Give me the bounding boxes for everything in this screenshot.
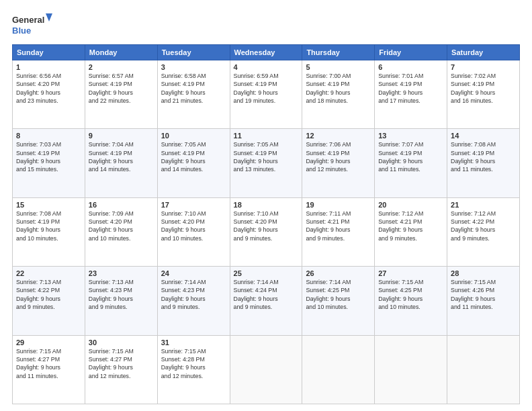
calendar: SundayMondayTuesdayWednesdayThursdayFrid… [12, 44, 520, 404]
calendar-cell: 10Sunrise: 7:05 AM Sunset: 4:19 PM Dayli… [157, 129, 230, 197]
calendar-cell: 15Sunrise: 7:08 AM Sunset: 4:19 PM Dayli… [13, 197, 85, 266]
day-info: Sunrise: 7:12 AM Sunset: 4:21 PM Dayligh… [378, 210, 443, 242]
day-number: 30 [89, 338, 154, 347]
calendar-cell: 3Sunrise: 6:58 AM Sunset: 4:19 PM Daylig… [157, 60, 230, 129]
header: General Blue [12, 12, 520, 38]
day-number: 31 [161, 338, 226, 347]
day-number: 2 [89, 63, 154, 71]
day-info: Sunrise: 6:59 AM Sunset: 4:19 PM Dayligh… [234, 72, 299, 105]
calendar-cell: 19Sunrise: 7:11 AM Sunset: 4:21 PM Dayli… [302, 197, 375, 266]
day-info: Sunrise: 7:05 AM Sunset: 4:19 PM Dayligh… [234, 140, 299, 173]
day-number: 12 [306, 132, 371, 140]
day-number: 23 [89, 269, 154, 277]
day-number: 18 [234, 201, 299, 209]
week-row-1: 1Sunrise: 6:56 AM Sunset: 4:20 PM Daylig… [13, 60, 520, 129]
day-of-week-wednesday: Wednesday [230, 45, 302, 60]
calendar-cell: 5Sunrise: 7:00 AM Sunset: 4:19 PM Daylig… [302, 60, 375, 129]
day-number: 13 [378, 132, 443, 140]
day-number: 7 [451, 63, 516, 71]
day-info: Sunrise: 7:10 AM Sunset: 4:20 PM Dayligh… [234, 210, 299, 242]
calendar-cell: 9Sunrise: 7:04 AM Sunset: 4:19 PM Daylig… [85, 129, 157, 197]
day-number: 14 [451, 132, 516, 140]
day-number: 3 [161, 63, 226, 71]
day-number: 29 [16, 338, 81, 347]
day-info: Sunrise: 7:08 AM Sunset: 4:19 PM Dayligh… [16, 210, 81, 242]
calendar-cell [375, 335, 447, 404]
calendar-cell: 8Sunrise: 7:03 AM Sunset: 4:19 PM Daylig… [13, 129, 85, 197]
calendar-cell: 24Sunrise: 7:14 AM Sunset: 4:23 PM Dayli… [157, 267, 230, 335]
calendar-cell: 14Sunrise: 7:08 AM Sunset: 4:19 PM Dayli… [447, 129, 520, 197]
day-number: 21 [451, 201, 516, 209]
calendar-cell: 31Sunrise: 7:15 AM Sunset: 4:28 PM Dayli… [157, 335, 230, 404]
calendar-cell: 7Sunrise: 7:02 AM Sunset: 4:19 PM Daylig… [447, 60, 520, 129]
svg-marker-2 [46, 13, 52, 21]
day-of-week-saturday: Saturday [447, 45, 520, 60]
page: General Blue SundayMondayTuesdayWednesda… [0, 0, 532, 411]
day-info: Sunrise: 7:10 AM Sunset: 4:20 PM Dayligh… [161, 210, 226, 242]
day-number: 22 [16, 269, 81, 277]
day-number: 4 [234, 63, 299, 71]
day-number: 8 [16, 132, 81, 140]
logo: General Blue [12, 12, 52, 38]
day-info: Sunrise: 7:15 AM Sunset: 4:26 PM Dayligh… [451, 278, 516, 311]
calendar-cell: 16Sunrise: 7:09 AM Sunset: 4:20 PM Dayli… [85, 197, 157, 266]
day-number: 19 [306, 201, 371, 209]
calendar-cell: 22Sunrise: 7:13 AM Sunset: 4:22 PM Dayli… [13, 267, 85, 335]
day-info: Sunrise: 7:04 AM Sunset: 4:19 PM Dayligh… [89, 140, 154, 173]
day-number: 25 [234, 269, 299, 277]
day-number: 10 [161, 132, 226, 140]
week-row-4: 22Sunrise: 7:13 AM Sunset: 4:22 PM Dayli… [13, 267, 520, 335]
calendar-cell: 29Sunrise: 7:15 AM Sunset: 4:27 PM Dayli… [13, 335, 85, 404]
calendar-cell [302, 335, 375, 404]
calendar-cell [230, 335, 302, 404]
day-info: Sunrise: 7:07 AM Sunset: 4:19 PM Dayligh… [378, 140, 443, 173]
day-info: Sunrise: 7:06 AM Sunset: 4:19 PM Dayligh… [306, 140, 371, 173]
calendar-cell: 21Sunrise: 7:12 AM Sunset: 4:22 PM Dayli… [447, 197, 520, 266]
day-number: 27 [378, 269, 443, 277]
calendar-cell: 11Sunrise: 7:05 AM Sunset: 4:19 PM Dayli… [230, 129, 302, 197]
calendar-cell: 23Sunrise: 7:13 AM Sunset: 4:23 PM Dayli… [85, 267, 157, 335]
day-info: Sunrise: 6:57 AM Sunset: 4:19 PM Dayligh… [89, 72, 154, 105]
day-info: Sunrise: 7:15 AM Sunset: 4:25 PM Dayligh… [378, 278, 443, 311]
calendar-cell: 27Sunrise: 7:15 AM Sunset: 4:25 PM Dayli… [375, 267, 447, 335]
day-of-week-sunday: Sunday [13, 45, 85, 60]
day-number: 26 [306, 269, 371, 277]
day-info: Sunrise: 7:01 AM Sunset: 4:19 PM Dayligh… [378, 72, 443, 105]
day-info: Sunrise: 7:03 AM Sunset: 4:19 PM Dayligh… [16, 140, 81, 173]
day-info: Sunrise: 6:58 AM Sunset: 4:19 PM Dayligh… [161, 72, 226, 105]
calendar-cell: 13Sunrise: 7:07 AM Sunset: 4:19 PM Dayli… [375, 129, 447, 197]
day-info: Sunrise: 7:14 AM Sunset: 4:25 PM Dayligh… [306, 278, 371, 311]
calendar-cell: 25Sunrise: 7:14 AM Sunset: 4:24 PM Dayli… [230, 267, 302, 335]
day-of-week-friday: Friday [375, 45, 447, 60]
day-info: Sunrise: 7:05 AM Sunset: 4:19 PM Dayligh… [161, 140, 226, 173]
calendar-cell: 18Sunrise: 7:10 AM Sunset: 4:20 PM Dayli… [230, 197, 302, 266]
week-row-3: 15Sunrise: 7:08 AM Sunset: 4:19 PM Dayli… [13, 197, 520, 266]
day-of-week-tuesday: Tuesday [157, 45, 230, 60]
day-number: 6 [378, 63, 443, 71]
day-info: Sunrise: 7:15 AM Sunset: 4:28 PM Dayligh… [161, 347, 226, 380]
day-info: Sunrise: 7:02 AM Sunset: 4:19 PM Dayligh… [451, 72, 516, 105]
calendar-cell: 1Sunrise: 6:56 AM Sunset: 4:20 PM Daylig… [13, 60, 85, 129]
day-info: Sunrise: 6:56 AM Sunset: 4:20 PM Dayligh… [16, 72, 81, 105]
week-row-5: 29Sunrise: 7:15 AM Sunset: 4:27 PM Dayli… [13, 335, 520, 404]
calendar-cell: 2Sunrise: 6:57 AM Sunset: 4:19 PM Daylig… [85, 60, 157, 129]
day-info: Sunrise: 7:11 AM Sunset: 4:21 PM Dayligh… [306, 210, 371, 242]
day-number: 20 [378, 201, 443, 209]
day-of-week-thursday: Thursday [302, 45, 375, 60]
day-info: Sunrise: 7:00 AM Sunset: 4:19 PM Dayligh… [306, 72, 371, 105]
day-number: 16 [89, 201, 154, 209]
svg-text:General: General [12, 15, 44, 25]
svg-text:Blue: Blue [12, 26, 31, 36]
day-info: Sunrise: 7:15 AM Sunset: 4:27 PM Dayligh… [89, 347, 154, 380]
day-info: Sunrise: 7:12 AM Sunset: 4:22 PM Dayligh… [451, 210, 516, 242]
day-number: 11 [234, 132, 299, 140]
day-number: 28 [451, 269, 516, 277]
calendar-cell [447, 335, 520, 404]
calendar-cell: 17Sunrise: 7:10 AM Sunset: 4:20 PM Dayli… [157, 197, 230, 266]
day-info: Sunrise: 7:08 AM Sunset: 4:19 PM Dayligh… [451, 140, 516, 173]
day-number: 9 [89, 132, 154, 140]
calendar-cell: 20Sunrise: 7:12 AM Sunset: 4:21 PM Dayli… [375, 197, 447, 266]
calendar-cell: 30Sunrise: 7:15 AM Sunset: 4:27 PM Dayli… [85, 335, 157, 404]
day-info: Sunrise: 7:15 AM Sunset: 4:27 PM Dayligh… [16, 347, 81, 380]
calendar-cell: 28Sunrise: 7:15 AM Sunset: 4:26 PM Dayli… [447, 267, 520, 335]
